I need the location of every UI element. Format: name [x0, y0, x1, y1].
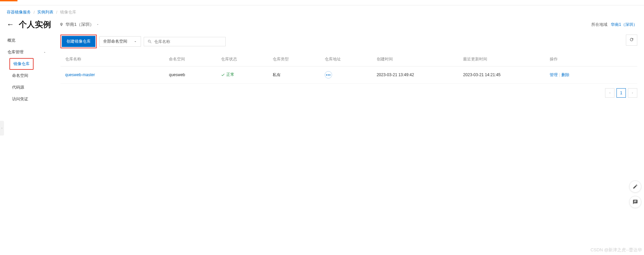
location-pin-icon [59, 22, 63, 27]
chevron-down-icon [96, 23, 99, 26]
col-type: 仓库类型 [268, 52, 320, 66]
search-box[interactable] [144, 37, 226, 46]
refresh-icon [629, 37, 634, 42]
main-content: 创建镜像仓库 全部命名空间 仓库名称 命名空间 仓库状态 仓库类型 [54, 35, 644, 105]
status-text: 正常 [226, 72, 234, 78]
highlight-marker: 创建镜像仓库 [60, 35, 97, 48]
sidebar-item-image-repo-wrap: 镜像仓库 [1, 58, 52, 70]
cell-status: 正常 [216, 66, 268, 84]
refresh-button[interactable] [626, 35, 637, 46]
namespace-filter-select[interactable]: 全部命名空间 [99, 36, 141, 47]
col-name: 仓库名称 [60, 52, 164, 66]
repo-table: 仓库名称 命名空间 仓库状态 仓库类型 仓库地址 创建时间 最近更新时间 操作 … [60, 52, 637, 84]
region-selector[interactable]: 华南1（深圳） [56, 20, 103, 29]
top-divider [0, 1, 644, 5]
prev-page-button[interactable] [605, 88, 614, 98]
sidebar-item-image-repo[interactable]: 镜像仓库 [10, 59, 33, 69]
ops-separator: | [559, 72, 560, 77]
back-arrow-icon[interactable]: ← [7, 20, 14, 29]
page-title: 个人实例 [19, 19, 51, 30]
region-value[interactable]: 华南1（深圳） [611, 22, 637, 28]
sidebar-item-overview[interactable]: 概览 [1, 35, 52, 46]
region-label: 所在地域 [591, 22, 607, 28]
sidebar: 概览 仓库管理 镜像仓库 命名空间 代码源 访问凭证 [0, 35, 54, 105]
search-input[interactable] [154, 39, 222, 44]
table-header-row: 仓库名称 命名空间 仓库状态 仓库类型 仓库地址 创建时间 最近更新时间 操作 [60, 52, 637, 66]
check-icon [221, 73, 225, 77]
breadcrumb-item-instances[interactable]: 实例列表 [37, 9, 53, 15]
delete-link[interactable]: 删除 [561, 72, 569, 78]
chevron-left-icon [608, 91, 611, 95]
search-icon [147, 39, 152, 44]
pagination: 1 [60, 88, 637, 98]
region-selector-label: 华南1（深圳） [65, 21, 94, 28]
cell-created: 2023-03-21 13:49:42 [372, 66, 459, 84]
breadcrumb: 容器镜像服务 / 实例列表 / 镜像仓库 [0, 5, 644, 19]
page-header: ← 个人实例 华南1（深圳） 所在地域 华南1（深圳） [0, 19, 644, 35]
cell-addr: ••• [320, 66, 372, 84]
page-1-button[interactable]: 1 [616, 88, 626, 98]
sidebar-item-label: 概览 [7, 38, 15, 43]
namespace-filter-label: 全部命名空间 [103, 39, 127, 44]
col-addr: 仓库地址 [320, 52, 372, 66]
create-repo-button[interactable]: 创建镜像仓库 [62, 36, 95, 47]
sidebar-item-namespace[interactable]: 命名空间 [1, 70, 52, 82]
next-page-button[interactable] [628, 88, 637, 98]
cell-ops: 管理 | 删除 [545, 66, 637, 84]
chevron-right-icon [631, 91, 634, 95]
col-status: 仓库状态 [216, 52, 268, 66]
breadcrumb-sep: / [56, 10, 57, 15]
breadcrumb-item-service[interactable]: 容器镜像服务 [7, 9, 31, 15]
col-created: 创建时间 [372, 52, 459, 66]
manage-link[interactable]: 管理 [550, 72, 558, 78]
chevron-down-icon [133, 40, 137, 44]
sidebar-item-access-cred[interactable]: 访问凭证 [1, 93, 52, 105]
cell-type: 私有 [268, 66, 320, 84]
sidebar-item-label: 仓库管理 [7, 49, 24, 55]
more-address-icon[interactable]: ••• [325, 71, 332, 79]
chevron-up-icon [43, 51, 46, 54]
breadcrumb-item-current: 镜像仓库 [60, 9, 76, 15]
cell-updated: 2023-03-21 14:21:45 [458, 66, 545, 84]
breadcrumb-sep: / [34, 10, 35, 15]
repo-name-link[interactable]: quesweb-master [65, 72, 95, 77]
col-ns: 命名空间 [164, 52, 216, 66]
highlight-marker: 镜像仓库 [9, 58, 34, 70]
toolbar: 创建镜像仓库 全部命名空间 [60, 35, 637, 48]
sidebar-item-code-source[interactable]: 代码源 [1, 82, 52, 93]
table-row: quesweb-master quesweb 正常 私有 ••• 2023-03… [60, 66, 637, 84]
col-ops: 操作 [545, 52, 637, 66]
col-updated: 最近更新时间 [458, 52, 545, 66]
sidebar-item-repo-mgmt[interactable]: 仓库管理 [1, 46, 52, 58]
cell-ns: quesweb [164, 66, 216, 84]
